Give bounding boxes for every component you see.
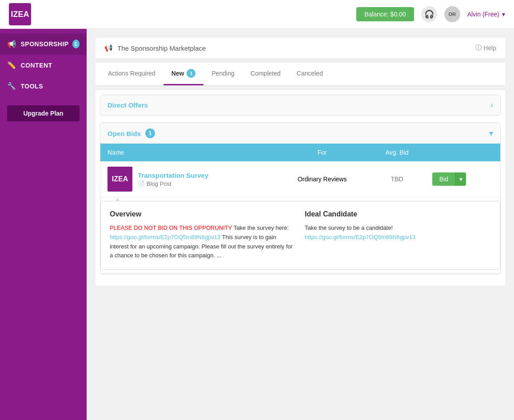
bid-btn-group: Bid ▾ (432, 172, 493, 186)
open-bids-title: Open Bids 1 (108, 128, 155, 138)
bid-type-text: Blog Post (147, 180, 171, 187)
help-label: Help (483, 44, 496, 52)
bids-table: Name For Avg. Bid IZEA (100, 144, 500, 274)
direct-offers-section: Direct Offers › (100, 95, 501, 116)
megaphone-icon-small: 📢 (104, 44, 113, 52)
tab-new-badge: 1 (187, 69, 195, 78)
tab-actions-required-label: Actions Required (108, 70, 155, 77)
chevron-down-icon: ▾ (502, 11, 505, 18)
info-icon: ⓘ (475, 44, 482, 52)
marketplace-title: 📢 The Sponsorship Marketplace (104, 44, 206, 52)
direct-offers-chevron-icon: › (490, 100, 493, 110)
content-area: Direct Offers › Open Bids 1 ▾ (96, 90, 505, 286)
upgrade-plan-button[interactable]: Upgrade Plan (7, 105, 80, 121)
wrench-icon: 🔧 (7, 82, 16, 90)
izea-logo: IZEA (9, 3, 31, 25)
sidebar-item-content[interactable]: ✏️ CONTENT (0, 55, 87, 76)
tab-completed-label: Completed (251, 70, 281, 77)
tab-pending-label: Pending (211, 70, 234, 77)
marketplace-title-text: The Sponsorship Marketplace (117, 44, 206, 52)
table-col-name: Name (100, 144, 275, 161)
candidate-link[interactable]: https://goo.gl/forms/E2p7OQ5m89N6gpv13 (305, 234, 415, 240)
help-link[interactable]: ⓘ Help (475, 44, 496, 52)
bid-title[interactable]: Transportation Survey (138, 172, 208, 179)
direct-offers-header[interactable]: Direct Offers › (100, 95, 500, 115)
candidate-text-before: Take the survey to be a candidate! (305, 224, 393, 231)
sidebar-item-tools-label: TOOLS (21, 83, 43, 90)
ideal-candidate-section: Ideal Candidate Take the survey to be a … (305, 210, 491, 260)
balance-button[interactable]: Balance: $0.00 (356, 7, 414, 21)
ideal-candidate-title: Ideal Candidate (305, 210, 491, 218)
user-avatar: OR (444, 6, 460, 22)
overview-row: Overview PLEASE DO NOT BID ON THIS OPPOR… (100, 197, 500, 274)
tab-new[interactable]: New 1 (163, 63, 204, 85)
bid-logo-text: IZEA (112, 175, 128, 183)
main-content: 📢 The Sponsorship Marketplace ⓘ Help Act… (87, 29, 514, 420)
tab-new-label: New (171, 70, 184, 77)
table-col-for: For (275, 144, 369, 161)
bid-dropdown-button[interactable]: ▾ (455, 172, 466, 186)
sidebar-item-tools[interactable]: 🔧 TOOLS (0, 76, 87, 96)
marketplace-header: 📢 The Sponsorship Marketplace ⓘ Help (96, 38, 505, 58)
open-bids-header[interactable]: Open Bids 1 ▾ (100, 123, 500, 144)
header-right: Balance: $0.00 🎧 OR Alvin (Free) ▾ (356, 6, 505, 22)
open-bids-badge: 1 (145, 128, 155, 138)
document-icon: 📄 (138, 180, 145, 187)
tab-actions-required[interactable]: Actions Required (100, 63, 163, 85)
direct-offers-title: Direct Offers (108, 101, 148, 109)
overview-text: PLEASE DO NOT BID ON THIS OPPORUNITY Tak… (110, 224, 296, 260)
overview-grid: Overview PLEASE DO NOT BID ON THIS OPPOR… (110, 210, 491, 260)
candidate-text: Take the survey to be a candidate! https… (305, 224, 491, 242)
survey-link[interactable]: https://goo.gl/forms/E2p7OQ5m89N6gpv13 (110, 234, 220, 240)
bid-action-cell: Bid ▾ (425, 161, 500, 197)
bid-button[interactable]: Bid (432, 172, 455, 186)
user-menu[interactable]: Alvin (Free) ▾ (467, 11, 505, 18)
table-col-avg-bid: Avg. Bid (369, 144, 425, 161)
bid-name-cell: IZEA Transportation Survey 📄 Blog Post (100, 161, 275, 197)
bid-for: Ordinary Reviews (275, 161, 369, 197)
direct-offers-title-text: Direct Offers (108, 101, 148, 109)
tabs-container: Actions Required New 1 Pending Completed… (96, 63, 505, 86)
tab-canceled-label: Canceled (297, 70, 323, 77)
table-col-action (425, 144, 500, 161)
overview-title: Overview (110, 210, 296, 218)
app-body: 📢 SPONSORSHIP 1 ✏️ CONTENT 🔧 TOOLS Upgra… (0, 29, 514, 420)
open-bids-section: Open Bids 1 ▾ Name For Avg. Bid (100, 123, 501, 274)
tab-completed[interactable]: Completed (243, 63, 289, 85)
overview-section: Overview PLEASE DO NOT BID ON THIS OPPOR… (110, 210, 296, 260)
overview-panel: Overview PLEASE DO NOT BID ON THIS OPPOR… (100, 201, 500, 270)
top-header: IZEA Balance: $0.00 🎧 OR Alvin (Free) ▾ (0, 0, 514, 29)
sidebar-item-sponsorship[interactable]: 📢 SPONSORSHIP 1 (0, 33, 87, 55)
pencil-icon: ✏️ (7, 61, 16, 69)
overview-desc-before: Take the survey here: (234, 224, 289, 231)
bid-type: 📄 Blog Post (138, 180, 208, 187)
bid-avg-bid: TBD (369, 161, 425, 197)
bid-logo: IZEA (108, 167, 132, 192)
sidebar-item-content-label: CONTENT (21, 62, 52, 69)
tab-pending[interactable]: Pending (203, 63, 242, 85)
user-name: Alvin (Free) (467, 11, 499, 18)
open-bids-title-text: Open Bids (108, 130, 141, 137)
tab-canceled[interactable]: Canceled (289, 63, 331, 85)
sidebar: 📢 SPONSORSHIP 1 ✏️ CONTENT 🔧 TOOLS Upgra… (0, 29, 87, 420)
sidebar-item-sponsorship-label: SPONSORSHIP (21, 40, 69, 48)
megaphone-icon: 📢 (7, 40, 16, 48)
overview-cell: Overview PLEASE DO NOT BID ON THIS OPPOR… (100, 197, 500, 274)
headset-icon[interactable]: 🎧 (421, 6, 437, 22)
table-row: IZEA Transportation Survey 📄 Blog Post (100, 161, 500, 197)
overview-warning: PLEASE DO NOT BID ON THIS OPPORUNITY (110, 224, 232, 231)
open-bids-chevron-icon: ▾ (489, 128, 493, 138)
sponsorship-badge: 1 (72, 40, 80, 48)
